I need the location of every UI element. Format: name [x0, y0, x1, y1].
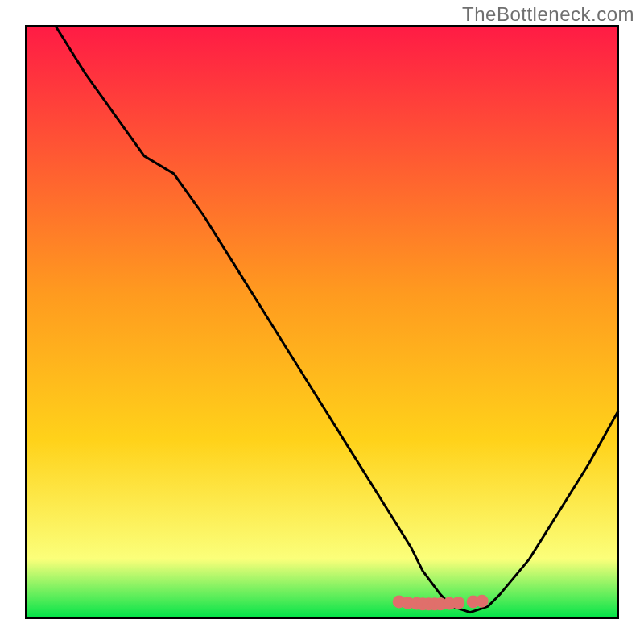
dot	[452, 597, 464, 609]
dot	[476, 595, 489, 608]
bottleneck-chart	[0, 0, 644, 644]
